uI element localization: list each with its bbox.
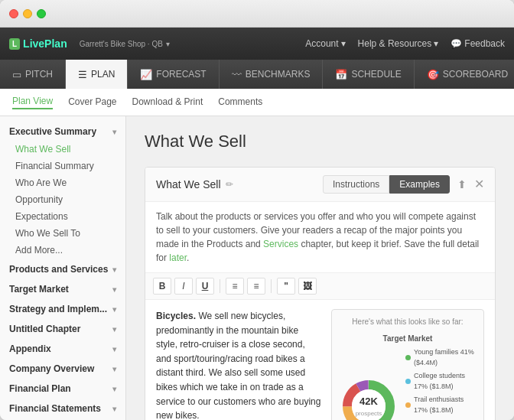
donut-label: 42K prospects: [356, 394, 382, 419]
edit-icon[interactable]: ✏: [226, 179, 233, 190]
nav-scoreboard[interactable]: 🎯 SCOREBOARD: [415, 60, 514, 89]
legend-dot: [405, 355, 411, 360]
minimize-button[interactable]: [23, 9, 32, 18]
close-button[interactable]: [9, 9, 18, 18]
scoreboard-icon: 🎯: [427, 69, 439, 80]
app-window: L LivePlan Garrett's Bike Shop · QB ▾ Ac…: [0, 0, 514, 420]
topnav: L LivePlan Garrett's Bike Shop · QB ▾ Ac…: [0, 28, 514, 60]
sidebar-section-financial-statements: Financial Statements ▾: [0, 399, 125, 418]
card-title: What We Sell ✏: [156, 178, 233, 190]
toolbar-separator: [220, 279, 220, 293]
nav-plan[interactable]: ☰ PLAN: [66, 60, 128, 89]
subnav-download-print[interactable]: Download & Print: [132, 96, 203, 109]
sidebar-section-exec-summary: Executive Summary ▾ What We Sell Financi…: [0, 122, 125, 259]
nav-benchmarks[interactable]: 〰 BENCHMARKS: [220, 60, 324, 89]
sidebar-item-financial-summary[interactable]: Financial Summary: [0, 158, 125, 174]
sidebar-item-add-more[interactable]: Add More...: [0, 242, 125, 259]
sidebar-section-strategy: Strategy and Implem... ▾: [0, 300, 125, 318]
legend-item-trail-enthusiasts: Trail enthusiasts 17% ($1.8M): [405, 395, 477, 416]
subnav-comments[interactable]: Comments: [218, 96, 262, 109]
subnav-cover-page[interactable]: Cover Page: [68, 96, 116, 109]
italic-button[interactable]: I: [174, 278, 193, 295]
logo-box: L: [9, 38, 20, 50]
sidebar-item-expectations[interactable]: Expectations: [0, 208, 125, 225]
upload-icon[interactable]: ⬆: [457, 178, 467, 190]
chevron-icon: ▾: [112, 365, 116, 373]
tab-examples[interactable]: Examples: [389, 175, 450, 194]
ordered-list-button[interactable]: ≡: [247, 278, 265, 295]
sidebar-item-who-are-we[interactable]: Who Are We: [0, 174, 125, 191]
sidebar-section-header-target-market[interactable]: Target Market ▾: [0, 280, 125, 298]
traffic-lights: [9, 9, 46, 18]
logo-text: LivePlan: [23, 37, 67, 50]
services-link[interactable]: Services: [263, 239, 298, 249]
legend-item-college-students: College students 17% ($1.8M): [405, 371, 477, 392]
subnav: Plan View Cover Page Download & Print Co…: [0, 89, 514, 116]
nav-pitch[interactable]: ▭ PITCH: [0, 60, 66, 89]
topnav-right: Account ▾ Help & Resources ▾ 💬 Feedback: [305, 38, 505, 49]
card-instructions: Talk about the products or services you …: [145, 202, 495, 273]
editor-body[interactable]: Bicycles. We sell new bicycles, predomin…: [145, 300, 495, 420]
mainnav: ▭ PITCH ☰ PLAN 📈 FORECAST 〰 BENCHMARKS 📅…: [0, 60, 514, 89]
sidebar-item-what-we-sell[interactable]: What We Sell: [0, 141, 125, 158]
underline-button[interactable]: U: [196, 278, 214, 295]
maximize-button[interactable]: [37, 9, 46, 18]
close-icon[interactable]: ✕: [474, 178, 484, 190]
chevron-down-icon: ▾: [434, 38, 438, 49]
chevron-icon: ▾: [112, 265, 116, 274]
image-button[interactable]: 🖼: [298, 278, 317, 295]
schedule-icon: 📅: [335, 69, 347, 80]
company-selector[interactable]: Garrett's Bike Shop · QB ▾: [80, 40, 170, 48]
paragraph-bicycles: Bicycles. We sell new bicycles, predomin…: [156, 309, 322, 420]
blockquote-button[interactable]: ": [277, 278, 295, 295]
sidebar-section-header-exec-summary[interactable]: Executive Summary ▾: [0, 122, 125, 141]
sidebar-section-financial-plan: Financial Plan ▾: [0, 379, 125, 398]
chevron-icon: ▾: [112, 285, 116, 294]
sidebar-section-header-company-overview[interactable]: Company Overview ▾: [0, 360, 125, 378]
tab-instructions[interactable]: Instructions: [323, 175, 389, 194]
logo: L LivePlan: [9, 37, 67, 50]
sidebar-item-opportunity[interactable]: Opportunity: [0, 191, 125, 208]
nav-forecast[interactable]: 📈 FORECAST: [128, 60, 219, 89]
nav-schedule[interactable]: 📅 SCHEDULE: [323, 60, 414, 89]
donut-chart: 42K prospects: [338, 376, 399, 420]
card-tabs: Instructions Examples: [323, 175, 450, 194]
sidebar-section-header-untitled-chapter[interactable]: Untitled Chapter ▾: [0, 320, 125, 338]
toolbar-separator: [271, 279, 272, 293]
pitch-icon: ▭: [12, 69, 21, 80]
unordered-list-button[interactable]: ≡: [226, 278, 244, 295]
sidebar-section-appendix: Appendix ▾: [0, 340, 125, 358]
sidebar-item-who-we-sell-to[interactable]: Who We Sell To: [0, 225, 125, 242]
sidebar-section-header-financial-plan[interactable]: Financial Plan ▾: [0, 379, 125, 398]
sidebar-section-target-market: Target Market ▾: [0, 280, 125, 298]
feedback-link[interactable]: 💬 Feedback: [451, 38, 505, 49]
card-header-actions: Instructions Examples ⬆ ✕: [323, 175, 484, 194]
sidebar-section-header-appendix[interactable]: Appendix ▾: [0, 340, 125, 358]
company-name: Garrett's Bike Shop · QB: [80, 40, 163, 48]
sidebar-section-header-strategy[interactable]: Strategy and Implem... ▾: [0, 300, 125, 318]
chart-box-title: Here's what this looks like so far:: [338, 316, 477, 328]
benchmarks-icon: 〰: [232, 69, 242, 80]
chevron-icon: ▾: [112, 385, 116, 393]
editor-toolbar: B I U ≡ ≡ " 🖼: [145, 273, 495, 300]
main-content: What We Sell What We Sell ✏ Instructions…: [126, 116, 514, 420]
legend-dot: [405, 402, 411, 408]
sidebar-section-header-products[interactable]: Products and Services ▾: [0, 260, 125, 278]
forecast-icon: 📈: [140, 69, 152, 80]
chevron-icon: ▾: [112, 345, 116, 353]
card-header: What We Sell ✏ Instructions Examples ⬆ ✕: [145, 168, 495, 202]
account-link[interactable]: Account ▾: [305, 38, 345, 49]
sidebar-section-header-financial-statements[interactable]: Financial Statements ▾: [0, 399, 125, 418]
bold-button[interactable]: B: [153, 278, 171, 295]
sidebar: Executive Summary ▾ What We Sell Financi…: [0, 116, 126, 420]
chevron-icon: ▾: [112, 325, 116, 334]
subnav-plan-view[interactable]: Plan View: [12, 96, 53, 109]
help-link[interactable]: Help & Resources ▾: [358, 38, 439, 49]
later-link[interactable]: later: [169, 252, 187, 263]
plan-icon: ☰: [78, 69, 87, 80]
legend-item-young-families: Young families 41% ($4.4M): [405, 347, 477, 369]
titlebar: [0, 0, 514, 28]
chevron-icon: ▾: [112, 128, 116, 136]
chevron-icon: ▾: [112, 305, 116, 314]
chevron-down-icon: ▾: [341, 38, 346, 49]
